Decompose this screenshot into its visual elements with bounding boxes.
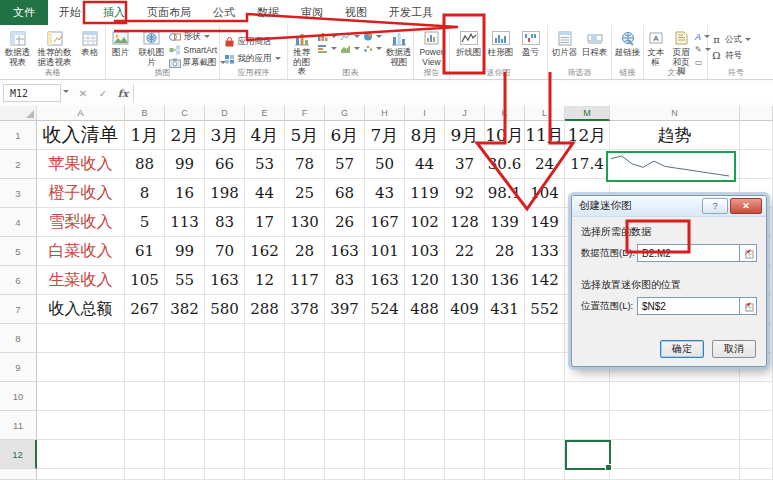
cell[interactable] bbox=[610, 469, 740, 480]
tab-home[interactable]: 开始 bbox=[48, 0, 92, 25]
dialog-close-button[interactable]: ✕ bbox=[730, 198, 762, 214]
online-pictures-button[interactable]: 联机图片 bbox=[135, 27, 169, 67]
cell[interactable] bbox=[445, 440, 485, 469]
recommended-pivot-button[interactable]: 推荐的数据透视表 bbox=[34, 27, 76, 67]
chart-type-area-button[interactable] bbox=[340, 44, 360, 53]
cell[interactable] bbox=[525, 440, 565, 469]
cell[interactable]: 98.1 bbox=[485, 179, 525, 208]
cell[interactable] bbox=[37, 411, 125, 440]
tab-view[interactable]: 视图 bbox=[334, 0, 378, 25]
tab-developer[interactable]: 开发工具 bbox=[378, 0, 444, 25]
cell[interactable] bbox=[245, 469, 285, 480]
cell[interactable] bbox=[610, 382, 740, 411]
cell[interactable]: 130 bbox=[285, 208, 325, 237]
cell[interactable] bbox=[325, 411, 365, 440]
tab-review[interactable]: 审阅 bbox=[290, 0, 334, 25]
cell[interactable] bbox=[285, 411, 325, 440]
cell[interactable]: 552 bbox=[525, 295, 565, 324]
cell[interactable]: 113 bbox=[165, 208, 205, 237]
tab-insert[interactable]: 插入 bbox=[92, 0, 136, 25]
cell[interactable] bbox=[325, 382, 365, 411]
data-range-input[interactable]: B2:M2 bbox=[637, 244, 740, 262]
column-header-b[interactable]: B bbox=[125, 106, 165, 121]
cell[interactable]: 53 bbox=[245, 150, 285, 179]
chart-type-pie-button[interactable] bbox=[363, 32, 382, 41]
cell[interactable] bbox=[205, 469, 245, 480]
cell[interactable] bbox=[205, 324, 245, 353]
cell[interactable]: 50 bbox=[365, 150, 405, 179]
cell[interactable]: 130 bbox=[445, 266, 485, 295]
row-header-7[interactable]: 7 bbox=[0, 295, 37, 324]
cell[interactable]: 4月 bbox=[245, 121, 285, 150]
cell[interactable] bbox=[365, 324, 405, 353]
cell[interactable] bbox=[245, 440, 285, 469]
cell[interactable]: 378 bbox=[285, 295, 325, 324]
cell[interactable]: 117 bbox=[285, 266, 325, 295]
cell[interactable]: 3月 bbox=[205, 121, 245, 150]
cell[interactable]: 119 bbox=[405, 179, 445, 208]
cell[interactable]: 142 bbox=[525, 266, 565, 295]
pivot-chart-button[interactable]: 数据透视图 bbox=[384, 27, 413, 67]
cell[interactable]: 120 bbox=[405, 266, 445, 295]
row-header-10[interactable]: 10 bbox=[0, 382, 37, 411]
cell[interactable]: 24 bbox=[525, 150, 565, 179]
row-header-11[interactable]: 11 bbox=[0, 411, 37, 440]
cell[interactable] bbox=[365, 411, 405, 440]
cell[interactable] bbox=[405, 353, 445, 382]
cell[interactable]: 488 bbox=[405, 295, 445, 324]
cell[interactable]: 103 bbox=[405, 237, 445, 266]
chart-type-bar-button[interactable] bbox=[317, 44, 337, 53]
cell[interactable] bbox=[365, 382, 405, 411]
cell[interactable]: 8月 bbox=[405, 121, 445, 150]
column-header[interactable] bbox=[740, 106, 773, 121]
cell[interactable] bbox=[485, 353, 525, 382]
cell[interactable] bbox=[565, 411, 610, 440]
store-button[interactable]: 应用商店 bbox=[223, 35, 285, 48]
column-header-k[interactable]: K bbox=[485, 106, 525, 121]
sparkline-line-button[interactable]: 折线图 bbox=[453, 27, 485, 58]
cell[interactable]: 5月 bbox=[285, 121, 325, 150]
cell[interactable] bbox=[245, 353, 285, 382]
cell[interactable] bbox=[245, 324, 285, 353]
location-range-picker-button[interactable] bbox=[740, 297, 757, 315]
cell[interactable]: 163 bbox=[205, 266, 245, 295]
cell[interactable] bbox=[205, 440, 245, 469]
cell[interactable]: 149 bbox=[525, 208, 565, 237]
cell[interactable]: 431 bbox=[485, 295, 525, 324]
cell[interactable] bbox=[485, 469, 525, 480]
cell[interactable]: 43 bbox=[365, 179, 405, 208]
cell[interactable]: 524 bbox=[365, 295, 405, 324]
cell[interactable]: 28 bbox=[485, 237, 525, 266]
cell[interactable] bbox=[125, 382, 165, 411]
cell[interactable] bbox=[365, 353, 405, 382]
column-header-a[interactable]: A bbox=[37, 106, 125, 121]
tab-file[interactable]: 文件 bbox=[0, 0, 48, 25]
cell[interactable] bbox=[740, 411, 773, 440]
pictures-button[interactable]: 图片 bbox=[107, 27, 135, 58]
cell[interactable]: 99 bbox=[165, 150, 205, 179]
cell[interactable]: 83 bbox=[205, 208, 245, 237]
cell[interactable] bbox=[565, 382, 610, 411]
column-header-e[interactable]: E bbox=[245, 106, 285, 121]
cell[interactable] bbox=[525, 469, 565, 480]
cell[interactable] bbox=[285, 469, 325, 480]
cell[interactable] bbox=[37, 353, 125, 382]
cell[interactable]: 6月 bbox=[325, 121, 365, 150]
ok-button[interactable]: 确定 bbox=[660, 340, 704, 358]
cell[interactable]: 55 bbox=[165, 266, 205, 295]
timeline-button[interactable]: 日程表 bbox=[580, 27, 610, 58]
cell[interactable] bbox=[365, 440, 405, 469]
cell[interactable] bbox=[740, 440, 773, 469]
pivot-table-button[interactable]: 数据透视表 bbox=[2, 27, 34, 67]
cell[interactable] bbox=[285, 440, 325, 469]
cell[interactable]: 11月 bbox=[525, 121, 565, 150]
column-header-m[interactable]: M bbox=[565, 106, 610, 121]
cell[interactable] bbox=[485, 440, 525, 469]
row-header-6[interactable]: 6 bbox=[0, 266, 37, 295]
name-box-dropdown-icon[interactable] bbox=[63, 90, 69, 96]
cell[interactable]: 雪梨收入 bbox=[37, 208, 125, 237]
cell[interactable] bbox=[205, 382, 245, 411]
cell[interactable]: 66 bbox=[205, 150, 245, 179]
cell[interactable] bbox=[740, 382, 773, 411]
cell[interactable] bbox=[565, 469, 610, 480]
